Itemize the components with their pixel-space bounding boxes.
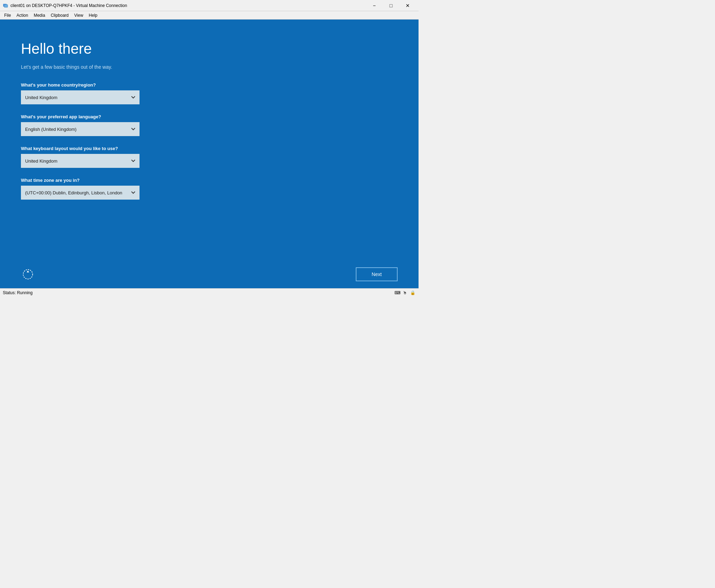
maximize-button[interactable]: □: [383, 0, 399, 11]
country-label: What's your home country/region?: [21, 82, 398, 88]
country-group: What's your home country/region? United …: [21, 82, 398, 104]
page-subtitle: Let's get a few basic things out of the …: [21, 64, 398, 70]
timezone-group: What time zone are you in? (UTC+00:00) D…: [21, 178, 398, 200]
status-icons: ⌨ 🖱 🔒: [394, 290, 416, 296]
menu-bar: File Action Media Clipboard View Help: [0, 11, 419, 20]
window-icon: [3, 3, 8, 8]
title-bar: client01 on DESKTOP-Q7HPKF4 - Virtual Ma…: [0, 0, 419, 11]
bottom-bar: Next: [0, 262, 419, 288]
country-select[interactable]: United Kingdom: [21, 90, 140, 104]
keyboard-label: What keyboard layout would you like to u…: [21, 146, 398, 151]
next-button[interactable]: Next: [356, 267, 398, 281]
timezone-label: What time zone are you in?: [21, 178, 398, 183]
vm-area: Hello there Let's get a few basic things…: [0, 20, 419, 288]
menu-media[interactable]: Media: [31, 12, 48, 18]
menu-clipboard[interactable]: Clipboard: [48, 12, 71, 18]
status-bar: Status: Running ⌨ 🖱 🔒: [0, 288, 419, 297]
timezone-select[interactable]: (UTC+00:00) Dublin, Edinburgh, Lisbon, L…: [21, 186, 140, 200]
menu-help[interactable]: Help: [86, 12, 100, 18]
language-label: What's your preferred app language?: [21, 114, 398, 119]
mouse-status-icon: 🖱: [402, 290, 408, 296]
svg-rect-1: [4, 5, 8, 7]
keyboard-group: What keyboard layout would you like to u…: [21, 146, 398, 168]
menu-action[interactable]: Action: [14, 12, 31, 18]
setup-content: Hello there Let's get a few basic things…: [0, 20, 419, 262]
window-title: client01 on DESKTOP-Q7HPKF4 - Virtual Ma…: [10, 3, 366, 8]
keyboard-status-icon: ⌨: [394, 290, 400, 296]
menu-file[interactable]: File: [1, 12, 14, 18]
menu-view[interactable]: View: [72, 12, 86, 18]
keyboard-select[interactable]: United Kingdom: [21, 154, 140, 168]
minimize-button[interactable]: −: [366, 0, 382, 11]
status-text: Status: Running: [3, 290, 32, 295]
refresh-icon[interactable]: [21, 267, 35, 281]
language-group: What's your preferred app language? Engl…: [21, 114, 398, 136]
page-heading: Hello there: [21, 40, 398, 57]
window-controls: − □ ✕: [366, 0, 416, 11]
lock-status-icon: 🔒: [409, 290, 416, 296]
close-button[interactable]: ✕: [400, 0, 416, 11]
language-select[interactable]: English (United Kingdom): [21, 122, 140, 136]
